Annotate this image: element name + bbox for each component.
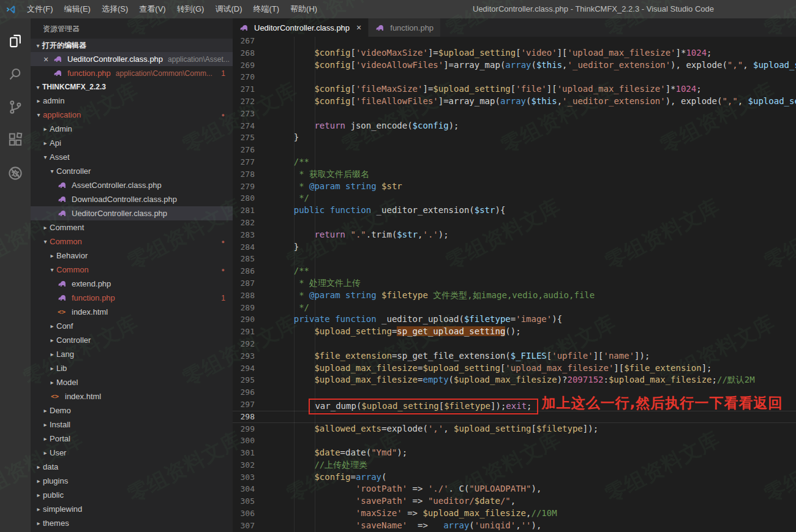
code-line[interactable]: 269 $config['videoAllowFiles']=array_map… [233,59,796,72]
open-editors-header[interactable]: ▾ 打开的编辑器 [31,39,233,52]
folder-name: Common [50,237,82,246]
tree-item[interactable]: ▸Portal [31,432,233,446]
tree-item[interactable]: UeditorController.class.php [31,206,233,220]
code-line[interactable]: 289 */ [233,302,796,314]
tree-item[interactable]: ▸plugins [31,474,233,488]
activity-extensions-button[interactable] [0,126,31,154]
tree-item[interactable]: <>index.html [31,389,233,403]
code-line[interactable]: 280 */ [233,192,796,204]
activity-search-button[interactable] [0,60,31,88]
project-root-header[interactable]: ▾ THINKCMFX_2.2.3 [31,80,233,94]
activity-explorer-button[interactable] [0,27,31,55]
code-line[interactable]: 268 $config['videoMaxSize']=$upload_sett… [233,47,796,59]
tree-item[interactable]: <>index.html [31,305,233,319]
line-number: 290 [233,313,266,326]
code-line[interactable]: 276 [233,144,796,156]
tree-item[interactable]: ▸admin [31,94,233,108]
line-number: 287 [233,277,266,290]
menu-item[interactable]: 终端(T) [247,0,285,18]
activity-source-control-button[interactable] [0,93,31,121]
menu-item[interactable]: 文件(F) [21,0,59,18]
code-line[interactable]: 286 /** [233,265,796,277]
tree-item[interactable]: ▾Common● [31,234,233,249]
code-line[interactable]: 272 $config['fileAllowFiles']=array_map(… [233,96,796,108]
menu-item[interactable]: 转到(G) [171,0,210,18]
code-line[interactable]: 294 $upload_max_filesize=$upload_setting… [233,362,796,375]
tree-item[interactable]: ▸simplewind [31,502,233,516]
open-editor-item[interactable]: function.phpapplication\Common\Comm...1 [31,66,233,80]
tree-item[interactable]: ▸Behavior [31,249,233,263]
code-line[interactable]: 304 'rootPath' => './'. C("UPLOADPATH"), [233,483,796,495]
tree-item[interactable]: ▸Lang [31,347,233,361]
code-line[interactable]: 274 return json_encode($config); [233,120,796,132]
folder-name: Lib [56,364,67,373]
tree-item[interactable]: ▸Conf [31,319,233,333]
close-icon[interactable]: × [356,23,361,32]
menu-item[interactable]: 调试(D) [209,0,247,18]
tree-item[interactable]: ▾Common● [31,263,233,277]
tree-item[interactable]: function.php1 [31,291,233,305]
tree-item[interactable]: extend.php [31,277,233,291]
code-line[interactable]: 287 * 处理文件上传 [233,277,796,290]
code-line[interactable]: 299 $allowed_exts=explode(',', $upload_s… [233,423,796,435]
code-line[interactable]: 307 'saveName' => array('uniqid',''), [233,520,796,532]
code-line[interactable]: 297 var_dump($upload_setting[$filetype])… [233,399,796,411]
tree-item[interactable]: ▸Install [31,418,233,432]
code-line[interactable]: 281 public function _ueditor_extension($… [233,204,796,217]
tree-item[interactable]: AssetController.class.php [31,178,233,192]
code-line[interactable]: 284 } [233,241,796,253]
editor-tab[interactable]: UeditorController.class.php× [233,18,368,37]
open-editor-item[interactable]: ×UeditorController.class.phpapplication\… [31,52,233,66]
tree-item[interactable]: ▸Model [31,375,233,389]
close-icon[interactable]: × [43,54,53,64]
code-line[interactable]: 267 [233,37,796,47]
code-line[interactable]: 301 $date=date("Ymd"); [233,447,796,459]
code-line[interactable]: 306 'maxSize' => $upload_max_filesize,//… [233,508,796,520]
tree-item[interactable]: ▸Api [31,136,233,150]
tree-item[interactable]: ▸Lib [31,361,233,375]
code-line[interactable]: 283 return ".".trim($str,'.'); [233,229,796,241]
code-line[interactable]: 295 $upload_max_filesize=empty($upload_m… [233,374,796,386]
tree-item[interactable]: ▾application● [31,108,233,122]
code-line[interactable]: 298 [233,411,796,423]
code-line[interactable]: 285 [233,253,796,265]
menu-item[interactable]: 查看(V) [133,0,171,18]
code-line[interactable]: 282 [233,217,796,229]
code-line[interactable]: 288 * @param string $filetype 文件类型,如imag… [233,290,796,302]
menu-item[interactable]: 帮助(H) [285,0,323,18]
code-content: $upload_max_filesize=$upload_setting['up… [266,362,712,375]
code-line[interactable]: 303 $config=array( [233,471,796,484]
tree-item[interactable]: ▸Controller [31,333,233,347]
code-line[interactable]: 302 //上传处理类 [233,459,796,471]
tree-item[interactable]: ▸Demo [31,403,233,418]
code-line[interactable]: 279 * @param string $str [233,181,796,193]
code-area[interactable]: 267268 $config['videoMaxSize']=$upload_s… [233,37,796,532]
line-number: 300 [233,435,266,447]
code-line[interactable]: 273 [233,108,796,120]
code-line[interactable]: 271 $config['fileMaxSize']=$upload_setti… [233,83,796,96]
tree-item[interactable]: ▾Asset [31,150,233,164]
code-line[interactable]: 305 'savePath' => "ueditor/$date/", [233,495,796,508]
code-line[interactable]: 277 /** [233,156,796,168]
code-line[interactable]: 300 [233,435,796,447]
tree-item[interactable]: ▾Controller [31,164,233,178]
code-line[interactable]: 292 [233,338,796,350]
tree-item[interactable]: ▸Admin [31,122,233,136]
menu-item[interactable]: 编辑(E) [59,0,96,18]
code-line[interactable]: 270 [233,71,796,83]
tree-item[interactable]: DownloadController.class.php [31,192,233,206]
code-line[interactable]: 291 $upload_setting=sp_get_upload_settin… [233,326,796,338]
tree-item[interactable]: ▸User [31,446,233,460]
menu-item[interactable]: 选择(S) [96,0,133,18]
tree-item[interactable]: ▸public [31,488,233,502]
tree-item[interactable]: ▸data [31,460,233,474]
code-line[interactable]: 293 $file_extension=sp_get_file_extensio… [233,350,796,362]
code-line[interactable]: 278 * 获取文件后缀名 [233,168,796,181]
code-line[interactable]: 275 } [233,132,796,144]
code-line[interactable]: 290 private function _ueditor_upload($fi… [233,313,796,326]
editor-tab[interactable]: function.php [369,18,440,37]
tree-item[interactable]: ▸themes [31,516,233,530]
activity-debug-button[interactable] [0,159,31,187]
title-bar: 文件(F)编辑(E)选择(S)查看(V)转到(G)调试(D)终端(T)帮助(H)… [0,0,796,18]
tree-item[interactable]: ▸Comment [31,220,233,234]
